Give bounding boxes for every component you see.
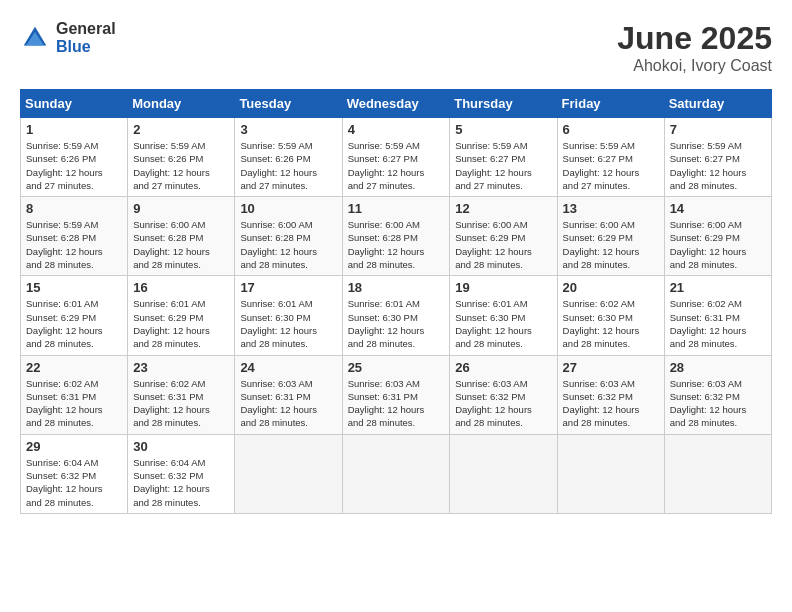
calendar-cell: 15Sunrise: 6:01 AM Sunset: 6:29 PM Dayli… bbox=[21, 276, 128, 355]
day-number: 13 bbox=[563, 201, 659, 216]
day-info: Sunrise: 5:59 AM Sunset: 6:28 PM Dayligh… bbox=[26, 218, 122, 271]
calendar-cell: 2Sunrise: 5:59 AM Sunset: 6:26 PM Daylig… bbox=[128, 118, 235, 197]
calendar-cell bbox=[557, 434, 664, 513]
day-info: Sunrise: 6:04 AM Sunset: 6:32 PM Dayligh… bbox=[26, 456, 122, 509]
day-number: 17 bbox=[240, 280, 336, 295]
calendar-week-row: 29Sunrise: 6:04 AM Sunset: 6:32 PM Dayli… bbox=[21, 434, 772, 513]
day-info: Sunrise: 6:00 AM Sunset: 6:29 PM Dayligh… bbox=[670, 218, 766, 271]
day-number: 28 bbox=[670, 360, 766, 375]
calendar-week-row: 15Sunrise: 6:01 AM Sunset: 6:29 PM Dayli… bbox=[21, 276, 772, 355]
calendar-cell: 20Sunrise: 6:02 AM Sunset: 6:30 PM Dayli… bbox=[557, 276, 664, 355]
day-info: Sunrise: 6:02 AM Sunset: 6:31 PM Dayligh… bbox=[133, 377, 229, 430]
day-info: Sunrise: 6:01 AM Sunset: 6:30 PM Dayligh… bbox=[240, 297, 336, 350]
day-number: 12 bbox=[455, 201, 551, 216]
day-number: 5 bbox=[455, 122, 551, 137]
calendar-cell bbox=[235, 434, 342, 513]
day-number: 16 bbox=[133, 280, 229, 295]
day-number: 11 bbox=[348, 201, 445, 216]
weekday-header: Monday bbox=[128, 90, 235, 118]
day-info: Sunrise: 6:00 AM Sunset: 6:28 PM Dayligh… bbox=[133, 218, 229, 271]
calendar-cell: 14Sunrise: 6:00 AM Sunset: 6:29 PM Dayli… bbox=[664, 197, 771, 276]
day-number: 9 bbox=[133, 201, 229, 216]
day-number: 29 bbox=[26, 439, 122, 454]
day-info: Sunrise: 5:59 AM Sunset: 6:26 PM Dayligh… bbox=[26, 139, 122, 192]
calendar-cell bbox=[450, 434, 557, 513]
calendar-cell: 5Sunrise: 5:59 AM Sunset: 6:27 PM Daylig… bbox=[450, 118, 557, 197]
weekday-header: Saturday bbox=[664, 90, 771, 118]
logo-general: General bbox=[56, 20, 116, 38]
page: General Blue June 2025 Ahokoi, Ivory Coa… bbox=[0, 0, 792, 612]
weekday-header: Sunday bbox=[21, 90, 128, 118]
main-title: June 2025 bbox=[617, 20, 772, 57]
day-number: 7 bbox=[670, 122, 766, 137]
day-info: Sunrise: 5:59 AM Sunset: 6:27 PM Dayligh… bbox=[670, 139, 766, 192]
calendar-cell: 23Sunrise: 6:02 AM Sunset: 6:31 PM Dayli… bbox=[128, 355, 235, 434]
calendar-cell: 10Sunrise: 6:00 AM Sunset: 6:28 PM Dayli… bbox=[235, 197, 342, 276]
calendar: SundayMondayTuesdayWednesdayThursdayFrid… bbox=[20, 89, 772, 514]
day-number: 4 bbox=[348, 122, 445, 137]
day-number: 24 bbox=[240, 360, 336, 375]
day-number: 3 bbox=[240, 122, 336, 137]
day-info: Sunrise: 5:59 AM Sunset: 6:27 PM Dayligh… bbox=[563, 139, 659, 192]
day-info: Sunrise: 5:59 AM Sunset: 6:27 PM Dayligh… bbox=[348, 139, 445, 192]
day-info: Sunrise: 6:03 AM Sunset: 6:31 PM Dayligh… bbox=[240, 377, 336, 430]
calendar-cell: 9Sunrise: 6:00 AM Sunset: 6:28 PM Daylig… bbox=[128, 197, 235, 276]
day-info: Sunrise: 6:00 AM Sunset: 6:28 PM Dayligh… bbox=[240, 218, 336, 271]
logo: General Blue bbox=[20, 20, 116, 55]
calendar-cell: 16Sunrise: 6:01 AM Sunset: 6:29 PM Dayli… bbox=[128, 276, 235, 355]
calendar-cell bbox=[664, 434, 771, 513]
day-info: Sunrise: 6:03 AM Sunset: 6:31 PM Dayligh… bbox=[348, 377, 445, 430]
day-number: 25 bbox=[348, 360, 445, 375]
day-info: Sunrise: 6:00 AM Sunset: 6:28 PM Dayligh… bbox=[348, 218, 445, 271]
day-number: 19 bbox=[455, 280, 551, 295]
day-number: 10 bbox=[240, 201, 336, 216]
calendar-cell: 24Sunrise: 6:03 AM Sunset: 6:31 PM Dayli… bbox=[235, 355, 342, 434]
weekday-header: Wednesday bbox=[342, 90, 450, 118]
title-block: June 2025 Ahokoi, Ivory Coast bbox=[617, 20, 772, 75]
calendar-cell: 26Sunrise: 6:03 AM Sunset: 6:32 PM Dayli… bbox=[450, 355, 557, 434]
calendar-cell: 21Sunrise: 6:02 AM Sunset: 6:31 PM Dayli… bbox=[664, 276, 771, 355]
calendar-cell: 7Sunrise: 5:59 AM Sunset: 6:27 PM Daylig… bbox=[664, 118, 771, 197]
weekday-header: Tuesday bbox=[235, 90, 342, 118]
day-number: 2 bbox=[133, 122, 229, 137]
day-info: Sunrise: 5:59 AM Sunset: 6:26 PM Dayligh… bbox=[133, 139, 229, 192]
logo-blue: Blue bbox=[56, 38, 116, 56]
calendar-cell: 19Sunrise: 6:01 AM Sunset: 6:30 PM Dayli… bbox=[450, 276, 557, 355]
calendar-cell: 1Sunrise: 5:59 AM Sunset: 6:26 PM Daylig… bbox=[21, 118, 128, 197]
calendar-cell: 6Sunrise: 5:59 AM Sunset: 6:27 PM Daylig… bbox=[557, 118, 664, 197]
weekday-header: Thursday bbox=[450, 90, 557, 118]
calendar-cell: 30Sunrise: 6:04 AM Sunset: 6:32 PM Dayli… bbox=[128, 434, 235, 513]
calendar-cell: 18Sunrise: 6:01 AM Sunset: 6:30 PM Dayli… bbox=[342, 276, 450, 355]
day-info: Sunrise: 6:03 AM Sunset: 6:32 PM Dayligh… bbox=[455, 377, 551, 430]
day-info: Sunrise: 6:04 AM Sunset: 6:32 PM Dayligh… bbox=[133, 456, 229, 509]
day-info: Sunrise: 6:03 AM Sunset: 6:32 PM Dayligh… bbox=[563, 377, 659, 430]
day-number: 21 bbox=[670, 280, 766, 295]
day-number: 20 bbox=[563, 280, 659, 295]
calendar-cell: 25Sunrise: 6:03 AM Sunset: 6:31 PM Dayli… bbox=[342, 355, 450, 434]
day-info: Sunrise: 5:59 AM Sunset: 6:27 PM Dayligh… bbox=[455, 139, 551, 192]
calendar-cell: 8Sunrise: 5:59 AM Sunset: 6:28 PM Daylig… bbox=[21, 197, 128, 276]
calendar-cell: 28Sunrise: 6:03 AM Sunset: 6:32 PM Dayli… bbox=[664, 355, 771, 434]
calendar-cell: 17Sunrise: 6:01 AM Sunset: 6:30 PM Dayli… bbox=[235, 276, 342, 355]
day-info: Sunrise: 6:01 AM Sunset: 6:30 PM Dayligh… bbox=[348, 297, 445, 350]
calendar-cell: 27Sunrise: 6:03 AM Sunset: 6:32 PM Dayli… bbox=[557, 355, 664, 434]
day-number: 6 bbox=[563, 122, 659, 137]
calendar-week-row: 22Sunrise: 6:02 AM Sunset: 6:31 PM Dayli… bbox=[21, 355, 772, 434]
calendar-cell: 29Sunrise: 6:04 AM Sunset: 6:32 PM Dayli… bbox=[21, 434, 128, 513]
day-number: 14 bbox=[670, 201, 766, 216]
weekday-header: Friday bbox=[557, 90, 664, 118]
header: General Blue June 2025 Ahokoi, Ivory Coa… bbox=[20, 20, 772, 75]
logo-text: General Blue bbox=[56, 20, 116, 55]
day-number: 8 bbox=[26, 201, 122, 216]
logo-icon bbox=[20, 23, 50, 53]
calendar-cell: 22Sunrise: 6:02 AM Sunset: 6:31 PM Dayli… bbox=[21, 355, 128, 434]
header-row: SundayMondayTuesdayWednesdayThursdayFrid… bbox=[21, 90, 772, 118]
day-number: 30 bbox=[133, 439, 229, 454]
day-number: 1 bbox=[26, 122, 122, 137]
calendar-week-row: 1Sunrise: 5:59 AM Sunset: 6:26 PM Daylig… bbox=[21, 118, 772, 197]
calendar-cell: 3Sunrise: 5:59 AM Sunset: 6:26 PM Daylig… bbox=[235, 118, 342, 197]
day-info: Sunrise: 6:02 AM Sunset: 6:31 PM Dayligh… bbox=[26, 377, 122, 430]
day-info: Sunrise: 6:01 AM Sunset: 6:30 PM Dayligh… bbox=[455, 297, 551, 350]
day-number: 18 bbox=[348, 280, 445, 295]
day-info: Sunrise: 6:00 AM Sunset: 6:29 PM Dayligh… bbox=[455, 218, 551, 271]
